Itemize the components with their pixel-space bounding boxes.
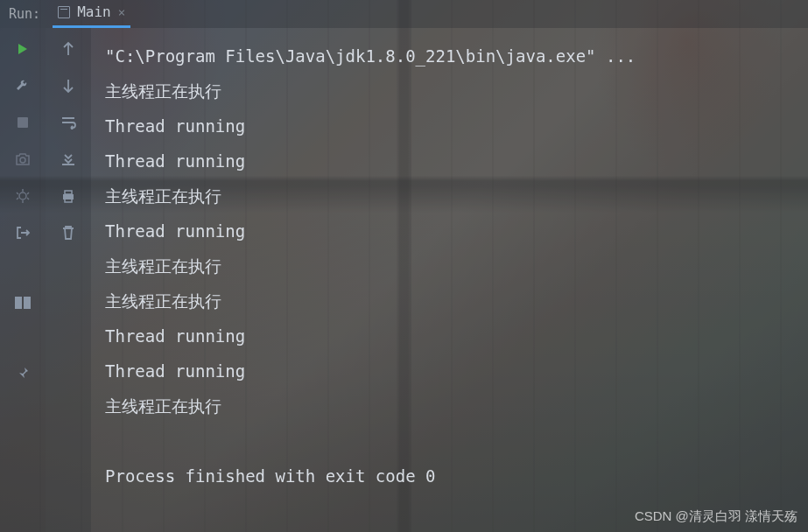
console-line: Thread running [105,318,794,354]
console-line: Process finished with exit code 0 [105,458,794,494]
console-line: Thread running [105,214,794,248]
console-line: Thread running [105,144,794,178]
run-label: Run: [9,6,40,22]
svg-rect-7 [65,198,72,202]
console-line [105,424,794,458]
rerun-button[interactable] [14,40,32,58]
console-line: 主线程正在执行 [105,248,794,284]
console-line: Thread running [105,108,794,144]
svg-rect-6 [65,191,72,194]
run-panel-body: "C:\Program Files\Java\jdk1.8.0_221\bin\… [0,28,808,532]
close-icon[interactable]: × [118,5,125,19]
console-line: 主线程正在执行 [105,74,794,108]
svg-point-1 [20,158,25,163]
console-line: Thread running [105,354,794,388]
trash-icon[interactable] [60,224,77,242]
toolbar-mid [46,28,91,532]
console-line: 主线程正在执行 [105,388,794,424]
console-line: 主线程正在执行 [105,178,794,214]
run-tab-main[interactable]: Main × [53,0,130,28]
camera-icon[interactable] [14,150,32,168]
console-line: "C:\Program Files\Java\jdk1.8.0_221\bin\… [105,38,794,74]
console-line: 主线程正在执行 [105,284,794,318]
tab-label: Main [77,4,111,20]
up-arrow-icon[interactable] [60,40,77,58]
pin-icon[interactable] [14,364,32,382]
soft-wrap-icon[interactable] [60,114,77,131]
wrench-icon[interactable] [14,77,32,94]
down-arrow-icon[interactable] [60,77,77,94]
app-window-icon [58,6,70,18]
watermark: CSDN @清灵白羽 漾情天殇 [635,508,797,525]
svg-rect-4 [24,297,31,309]
console-output[interactable]: "C:\Program Files\Java\jdk1.8.0_221\bin\… [91,28,808,532]
svg-rect-3 [15,297,22,309]
toolbar-left [0,28,46,532]
svg-rect-0 [18,117,28,128]
print-icon[interactable] [60,187,77,205]
exit-icon[interactable] [14,224,32,242]
scroll-to-end-icon[interactable] [60,150,77,168]
layout-icon[interactable] [14,294,32,312]
stop-button[interactable] [14,114,32,131]
svg-point-2 [19,192,26,200]
run-panel-header: Run: Main × [0,0,808,28]
debug-icon[interactable] [14,187,32,205]
